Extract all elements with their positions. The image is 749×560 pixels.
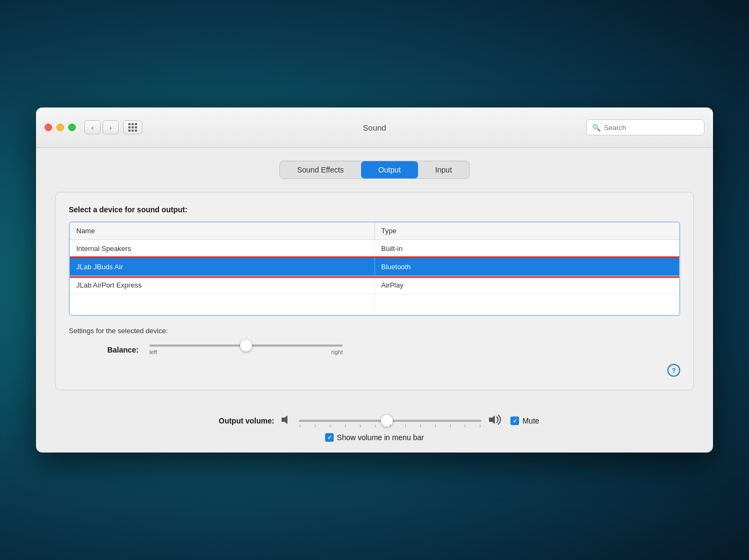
- settings-section: Settings for the selected device: Balanc…: [69, 327, 680, 355]
- balance-row: Balance: left right: [69, 344, 680, 355]
- tab-output[interactable]: Output: [361, 161, 418, 178]
- tab-sound-effects[interactable]: Sound Effects: [280, 161, 361, 178]
- help-btn-row: ?: [69, 364, 680, 377]
- back-button[interactable]: ‹: [84, 120, 100, 134]
- checkmark-icon: ✓: [513, 418, 517, 425]
- search-icon: 🔍: [592, 124, 601, 132]
- tab-group: Sound Effects Output Input: [279, 161, 470, 179]
- device-type-empty: [375, 295, 680, 315]
- col-header-name: Name: [70, 222, 375, 239]
- table-row-empty[interactable]: [70, 295, 679, 315]
- device-type: Built-in: [375, 240, 680, 257]
- balance-slider-thumb[interactable]: [240, 340, 252, 351]
- settings-label: Settings for the selected device:: [69, 327, 680, 335]
- device-type: Bluetooth: [375, 258, 680, 276]
- main-panel: Select a device for sound output: Name T…: [55, 192, 694, 390]
- volume-slider-track: [299, 420, 481, 422]
- device-name: JLab JBuds Air: [70, 258, 375, 276]
- maximize-button[interactable]: [68, 124, 76, 131]
- balance-left-label: left: [149, 349, 157, 355]
- minimize-button[interactable]: [56, 124, 64, 131]
- forward-button[interactable]: ›: [103, 120, 119, 134]
- titlebar: ‹ › Sound 🔍: [36, 107, 713, 148]
- search-input[interactable]: [604, 124, 698, 132]
- content-area: Sound Effects Output Input Select a devi…: [36, 148, 713, 405]
- help-icon: ?: [672, 367, 676, 375]
- grid-view-button[interactable]: [123, 120, 142, 134]
- show-volume-label: Show volume in menu bar: [337, 433, 424, 442]
- svg-marker-0: [282, 415, 287, 424]
- table-row[interactable]: Internal Speakers Built-in: [70, 240, 679, 258]
- grid-icon: [128, 123, 137, 132]
- search-bar[interactable]: 🔍: [586, 119, 704, 135]
- volume-ticks: [299, 425, 481, 427]
- mute-label: Mute: [522, 417, 539, 425]
- back-icon: ‹: [91, 124, 93, 132]
- window-title: Sound: [363, 123, 386, 132]
- bottom-bar: Output volume:: [36, 405, 713, 453]
- device-type: AirPlay: [375, 276, 680, 294]
- checkmark-icon: ✓: [327, 434, 332, 441]
- volume-high-icon: [488, 414, 504, 428]
- device-name: JLab AirPort Express: [70, 276, 375, 294]
- tabs-container: Sound Effects Output Input: [55, 161, 694, 179]
- help-button[interactable]: ?: [667, 364, 680, 377]
- volume-low-icon: [280, 414, 292, 428]
- output-volume-label: Output volume:: [210, 417, 274, 425]
- col-header-type: Type: [375, 222, 680, 239]
- forward-icon: ›: [110, 124, 112, 132]
- tab-input[interactable]: Input: [418, 161, 469, 178]
- table-row[interactable]: JLab AirPort Express AirPlay: [70, 276, 679, 295]
- table-header: Name Type: [70, 222, 679, 240]
- traffic-lights: [45, 124, 76, 131]
- balance-label: Balance:: [101, 346, 139, 354]
- menubar-row: ✓ Show volume in menu bar: [325, 433, 424, 442]
- device-table: Name Type Internal Speakers Built-in JLa…: [69, 221, 680, 316]
- balance-slider-container: left right: [149, 344, 343, 355]
- main-window: ‹ › Sound 🔍 Sound Effects Output: [36, 107, 713, 453]
- close-button[interactable]: [45, 124, 52, 131]
- mute-checkbox[interactable]: ✓: [510, 417, 519, 425]
- section-title: Select a device for sound output:: [69, 205, 680, 214]
- balance-slider-track: [149, 344, 343, 347]
- device-name-empty: [70, 295, 375, 315]
- mute-area: ✓ Mute: [510, 417, 539, 425]
- volume-row: Output volume:: [55, 414, 694, 428]
- device-name: Internal Speakers: [70, 240, 375, 257]
- balance-right-label: right: [332, 349, 343, 355]
- svg-marker-1: [489, 415, 495, 424]
- show-volume-checkbox[interactable]: ✓: [325, 433, 334, 442]
- table-row-selected[interactable]: JLab JBuds Air Bluetooth: [70, 258, 679, 276]
- nav-buttons: ‹ ›: [84, 120, 119, 134]
